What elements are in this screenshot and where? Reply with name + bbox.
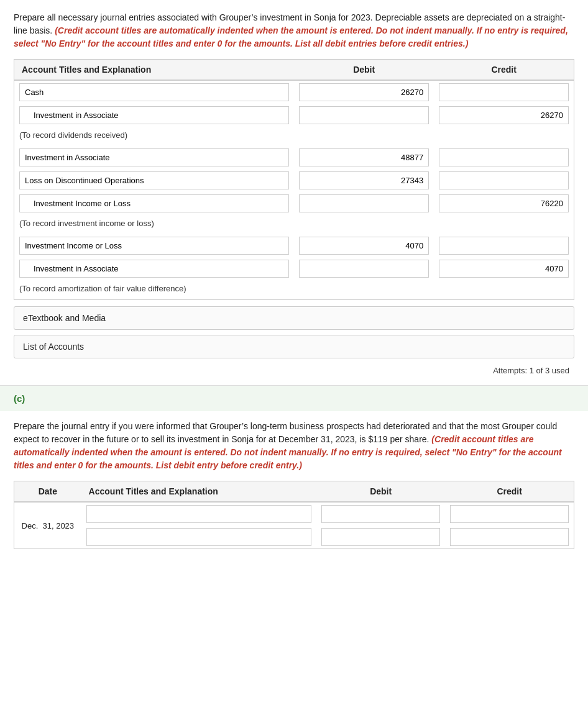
note-row: (To record investment income or loss): [14, 215, 574, 234]
col-credit: Credit: [434, 60, 574, 81]
debit-input-2-1[interactable]: [299, 260, 429, 278]
section-c-credit-input-0[interactable]: [450, 505, 569, 523]
section-c-header: (c): [0, 385, 588, 411]
table-header-row: Account Titles and Explanation Debit Cre…: [14, 60, 574, 81]
credit-input-2-1[interactable]: [439, 260, 569, 278]
col-c-account: Account Titles and Explanation: [81, 481, 316, 503]
note-text: (To record dividends received): [14, 127, 574, 146]
section-c-account-input-0[interactable]: [86, 505, 311, 523]
bottom-link-0[interactable]: eTextbook and Media: [14, 306, 574, 330]
credit-input-0-1[interactable]: [439, 106, 569, 124]
table-row: [14, 169, 574, 192]
col-debit: Debit: [294, 60, 434, 81]
section-c-row: Dec. 31, 2023: [14, 502, 574, 526]
section-c-table: Date Account Titles and Explanation Debi…: [14, 481, 574, 549]
note-row: (To record amortization of fair value di…: [14, 280, 574, 300]
col-account: Account Titles and Explanation: [14, 60, 295, 81]
debit-input-2-0[interactable]: [299, 237, 429, 255]
debit-input-1-0[interactable]: [299, 148, 429, 166]
account-input-2-0[interactable]: [19, 237, 289, 255]
instruction-text: Prepare all necessary journal entries as…: [14, 11, 574, 50]
table-row: [14, 104, 574, 127]
account-input-0-1[interactable]: [19, 106, 289, 124]
attempts-text: Attempts: 1 of 3 used: [14, 363, 574, 378]
section-c-credit-input-1[interactable]: [450, 528, 569, 546]
note-text: (To record investment income or loss): [14, 215, 574, 234]
credit-input-0-0[interactable]: [439, 83, 569, 101]
note-text: (To record amortization of fair value di…: [14, 280, 574, 300]
account-input-2-1[interactable]: [19, 260, 289, 278]
debit-input-0-1[interactable]: [299, 106, 429, 124]
instruction-italic: (Credit account titles are automatically…: [14, 25, 568, 48]
account-input-1-1[interactable]: [19, 171, 289, 189]
debit-input-1-2[interactable]: [299, 194, 429, 212]
credit-input-1-2[interactable]: [439, 194, 569, 212]
section-b: Prepare all necessary journal entries as…: [0, 0, 588, 385]
table-row: [14, 80, 574, 104]
table-row: [14, 234, 574, 257]
section-c-debit-input-1[interactable]: [321, 528, 440, 546]
account-input-0-0[interactable]: [19, 83, 289, 101]
table-row: [14, 192, 574, 215]
debit-input-0-0[interactable]: [299, 83, 429, 101]
col-c-date: Date: [14, 481, 81, 503]
credit-input-2-0[interactable]: [439, 237, 569, 255]
credit-input-1-0[interactable]: [439, 148, 569, 166]
section-c-label: (c): [14, 393, 25, 404]
section-c-debit-input-0[interactable]: [321, 505, 440, 523]
section-c-body: Prepare the journal entry if you were in…: [0, 411, 588, 562]
account-input-1-0[interactable]: [19, 148, 289, 166]
col-c-debit: Debit: [316, 481, 445, 503]
col-c-credit: Credit: [445, 481, 574, 503]
account-input-1-2[interactable]: [19, 194, 289, 212]
credit-input-1-1[interactable]: [439, 171, 569, 189]
debit-input-1-1[interactable]: [299, 171, 429, 189]
section-c-row: [14, 526, 574, 549]
bottom-link-1[interactable]: List of Accounts: [14, 335, 574, 358]
table-row: [14, 146, 574, 169]
section-c-account-input-1[interactable]: [86, 528, 311, 546]
note-row: (To record dividends received): [14, 127, 574, 146]
section-c-header-row: Date Account Titles and Explanation Debi…: [14, 481, 574, 503]
journal-table: Account Titles and Explanation Debit Cre…: [14, 59, 574, 300]
table-row: [14, 257, 574, 280]
section-c-instruction: Prepare the journal entry if you were in…: [14, 420, 574, 472]
section-c-date: Dec. 31, 2023: [14, 502, 81, 549]
